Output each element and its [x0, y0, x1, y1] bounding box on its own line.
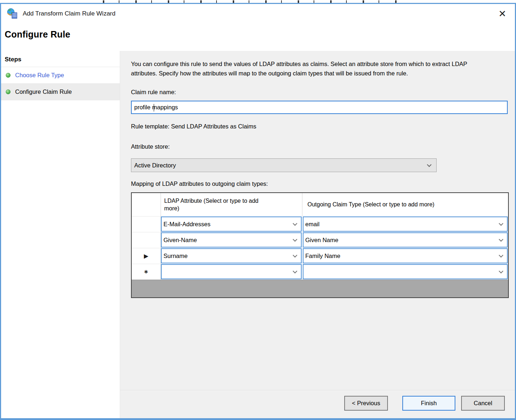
attribute-store-value: Active Directory: [134, 162, 176, 169]
row-header-cell[interactable]: [132, 232, 161, 248]
chevron-down-icon: [499, 237, 503, 242]
finish-button[interactable]: Finish: [402, 396, 455, 411]
outgoing-claim-type-select[interactable]: [303, 264, 508, 279]
step-item-configure-claim-rule[interactable]: Configure Claim Rule: [1, 84, 120, 100]
table-row: ▶ Surname Family Name: [132, 248, 508, 264]
chevron-down-icon: [499, 221, 503, 226]
grid-empty-area: [132, 280, 508, 297]
step-label: Choose Rule Type: [15, 72, 64, 79]
row-header-cell[interactable]: ▶: [132, 248, 161, 264]
ldap-attribute-select[interactable]: E-Mail-Addresses: [161, 216, 302, 232]
step-label: Configure Claim Rule: [15, 88, 72, 95]
configure-rule-panel: You can configure this rule to send the …: [120, 51, 515, 418]
chevron-down-icon: [499, 253, 503, 258]
chevron-down-icon: [427, 162, 432, 167]
claim-rule-name-value: profile mappings: [134, 104, 178, 111]
outgoing-claim-type-select[interactable]: email: [303, 216, 508, 232]
close-button[interactable]: ✕: [496, 8, 508, 19]
footer-button-bar: < Previous Finish Cancel: [120, 390, 515, 418]
wizard-dialog: Add Transform Claim Rule Wizard ✕ Config…: [0, 3, 516, 420]
steps-sidebar: Steps Choose Rule Type Configure Claim R…: [1, 51, 120, 418]
step-status-icon: [6, 89, 10, 94]
step-item-choose-rule-type[interactable]: Choose Rule Type: [1, 67, 120, 84]
title-bar: Add Transform Claim Rule Wizard ✕: [1, 4, 515, 23]
table-row: Given-Name Given Name: [132, 232, 508, 248]
outgoing-claim-type-select[interactable]: Family Name: [303, 248, 508, 263]
outgoing-claim-type-column-header: Outgoing Claim Type (Select or type to a…: [302, 193, 508, 216]
row-header-cell[interactable]: ✱: [132, 264, 161, 280]
table-row: E-Mail-Addresses email: [132, 216, 508, 232]
cancel-button[interactable]: Cancel: [461, 396, 505, 411]
screen: Add Transform Claim Rule Wizard ✕ Config…: [0, 0, 516, 420]
ldap-attribute-column-header: LDAP Attribute (Select or type to add mo…: [161, 193, 302, 216]
mapping-table-label: Mapping of LDAP attributes to outgoing c…: [131, 180, 508, 188]
attribute-store-label: Attribute store:: [131, 143, 508, 150]
chevron-down-icon: [293, 221, 297, 226]
step-status-icon: [6, 73, 10, 78]
window-title: Add Transform Claim Rule Wizard: [23, 10, 115, 17]
previous-button[interactable]: < Previous: [344, 396, 388, 411]
chevron-down-icon: [499, 269, 503, 274]
claim-rule-name-label: Claim rule name:: [131, 88, 508, 96]
steps-heading: Steps: [1, 51, 120, 67]
new-row-asterisk-icon: ✱: [144, 269, 148, 275]
rule-description-text: You can configure this rule to send the …: [131, 59, 485, 78]
wizard-icon: [6, 8, 18, 19]
background-window-text-fragments: [103, 0, 410, 3]
current-row-arrow-icon: ▶: [144, 253, 148, 259]
rule-template-text: Rule template: Send LDAP Attributes as C…: [131, 123, 508, 130]
outgoing-claim-type-select[interactable]: Given Name: [303, 232, 508, 248]
text-cursor: [154, 104, 154, 111]
table-header-row: LDAP Attribute (Select or type to add mo…: [132, 193, 508, 216]
claim-rule-name-input[interactable]: profile mappings: [131, 101, 508, 114]
row-header-cell[interactable]: [132, 216, 161, 232]
chevron-down-icon: [293, 253, 297, 258]
ldap-attribute-select[interactable]: Given-Name: [161, 232, 302, 248]
chevron-down-icon: [293, 269, 297, 274]
attribute-store-select[interactable]: Active Directory: [131, 158, 437, 172]
page-title: Configure Rule: [1, 23, 515, 51]
ldap-attribute-select[interactable]: Surname: [161, 248, 302, 263]
table-row: ✱: [132, 264, 508, 280]
table-corner-cell: [132, 193, 161, 216]
chevron-down-icon: [293, 237, 297, 242]
close-icon: ✕: [498, 8, 506, 19]
dialog-body: Steps Choose Rule Type Configure Claim R…: [1, 51, 515, 418]
ldap-attribute-select[interactable]: [161, 264, 302, 279]
mapping-table: LDAP Attribute (Select or type to add mo…: [131, 192, 509, 298]
background-window-sliver: [0, 0, 516, 3]
